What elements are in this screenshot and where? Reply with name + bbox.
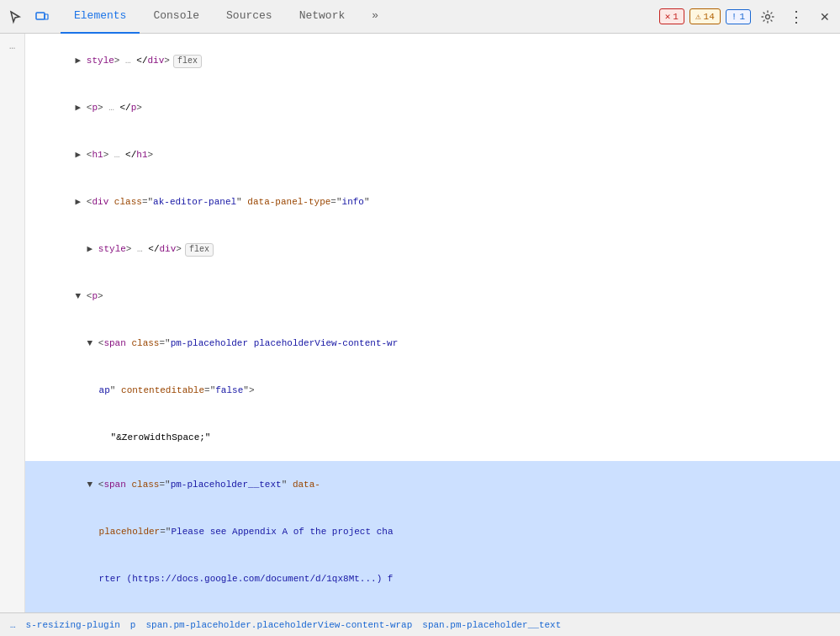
main-content: … ▶ style> … </div>flex ▶ <p> … </p> ▶ <… — [0, 34, 840, 612]
info-icon: ! — [732, 12, 737, 22]
dom-line[interactable]: ▶ <div class="ak-editor-panel" data-pane… — [25, 178, 840, 225]
dom-line[interactable]: ▶ style> … </div>flex — [25, 225, 840, 273]
error-count: 1 — [673, 12, 679, 22]
warning-count: 14 — [704, 12, 715, 22]
dom-line[interactable]: "&ZeroWidthSpace;" — [25, 414, 840, 461]
devtools-toolbar: Elements Console Sources Network » ✕ 1 ⚠… — [0, 0, 840, 34]
warning-badge[interactable]: ⚠ 14 — [689, 8, 721, 24]
warning-icon: ⚠ — [695, 11, 701, 22]
more-options-button[interactable]: ⋮ — [785, 5, 808, 29]
breadcrumb-bar: … s-resizing-plugin p span.pm-placeholde… — [0, 612, 840, 636]
tab-network[interactable]: Network — [286, 0, 359, 34]
tab-list: Elements Console Sources Network » — [61, 0, 659, 34]
tab-sources[interactable]: Sources — [213, 0, 286, 34]
dom-line[interactable]: ▶ <h1> … </h1> — [25, 131, 840, 178]
flex-badge: flex — [185, 243, 214, 257]
dom-panel[interactable]: ▶ style> … </div>flex ▶ <p> … </p> ▶ <h1… — [25, 34, 840, 612]
breadcrumb-item-1[interactable]: s-resizing-plugin — [23, 620, 124, 630]
dom-line-selected[interactable]: placeholder="Please see Appendix A of th… — [25, 508, 840, 555]
left-gutter: … — [0, 34, 25, 612]
breadcrumb-item-dots[interactable]: … — [7, 620, 19, 630]
tab-console[interactable]: Console — [140, 0, 213, 34]
close-button[interactable]: ✕ — [813, 5, 837, 29]
breadcrumb-item-4[interactable]: span.pm-placeholder__text — [419, 620, 564, 630]
tab-more[interactable]: » — [358, 0, 392, 34]
dom-line-selected[interactable]: rter (https://docs.google.com/document/d… — [25, 555, 840, 602]
svg-rect-1 — [45, 14, 48, 19]
breadcrumb-item-2[interactable]: p — [127, 620, 140, 630]
breadcrumb-item-3[interactable]: span.pm-placeholder.placeholderView-cont… — [142, 620, 415, 630]
flex-badge: flex — [173, 55, 202, 68]
cursor-icon-button[interactable] — [3, 5, 27, 29]
error-badge[interactable]: ✕ 1 — [659, 8, 684, 24]
gutter-dots: … — [9, 40, 15, 52]
device-toggle-button[interactable] — [30, 5, 54, 29]
tab-elements[interactable]: Elements — [61, 0, 140, 34]
dom-line[interactable]: ▼ <p> — [25, 273, 840, 320]
dom-line-selected[interactable]: ▼ <span class="pm-placeholder__text" dat… — [25, 461, 840, 508]
info-badge[interactable]: ! 1 — [726, 9, 751, 24]
toolbar-icon-group — [3, 5, 54, 29]
error-icon: ✕ — [665, 11, 671, 22]
dom-line[interactable]: ap" contenteditable="false"> — [25, 367, 840, 414]
dom-line[interactable]: ▶ <p> … </p> — [25, 84, 840, 131]
svg-rect-0 — [36, 13, 45, 19]
info-count: 1 — [739, 12, 745, 22]
dom-line-selected[interactable]: or a high-level architecture diagram. A … — [25, 602, 840, 612]
toolbar-right: ✕ 1 ⚠ 14 ! 1 ⋮ ✕ — [659, 5, 837, 29]
dom-line[interactable]: ▼ <span class="pm-placeholder placeholde… — [25, 320, 840, 367]
dom-line[interactable]: ▶ style> … </div>flex — [25, 37, 840, 84]
settings-button[interactable] — [756, 5, 779, 29]
svg-point-2 — [766, 14, 770, 19]
